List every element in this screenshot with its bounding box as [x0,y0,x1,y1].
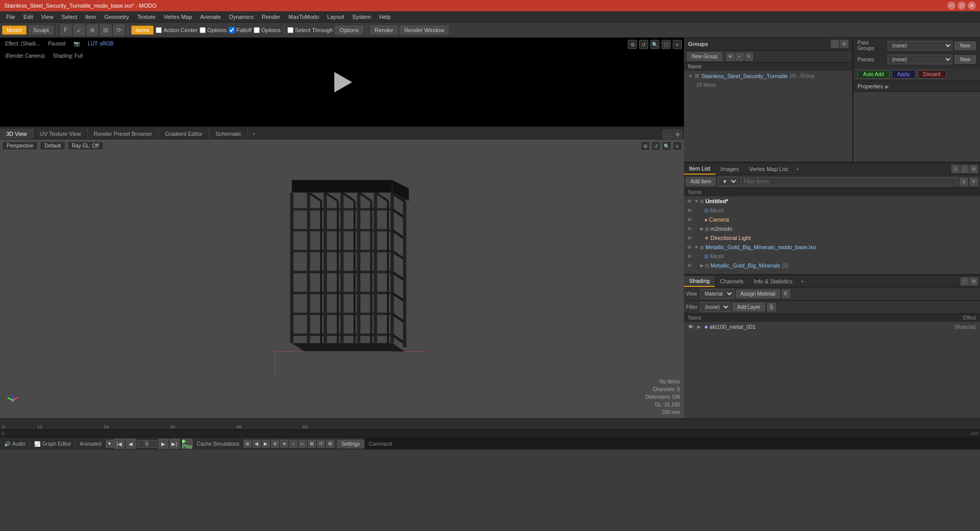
tb-icon-5[interactable]: ⟳ [113,25,125,36]
render-icon-gear[interactable]: ⚙ [628,40,637,49]
new-group-button[interactable]: New Group [687,52,722,61]
bb-icon-7[interactable]: ▷ [299,440,307,448]
render-icon-zoom[interactable]: 🔍 [650,40,659,49]
passes-new-btn[interactable]: New [954,55,976,64]
render-button[interactable]: Render [370,26,398,35]
vp-icon-refresh[interactable]: ↺ [651,141,660,151]
menu-geometry[interactable]: Geometry [100,13,133,21]
groups-tb-icon1[interactable]: 👁 [726,53,734,61]
item-row-m2modo[interactable]: 👁 ▶ ⊞ m2modo [684,224,980,233]
apply-button[interactable]: Apply [892,70,916,79]
tab-uv-texture[interactable]: UV Texture View [34,129,88,139]
bb-icon-10[interactable]: ⊞ [326,440,334,448]
item-row-directional-light[interactable]: 👁 ☀ Directional Light [684,233,980,243]
item-list-tab-add[interactable]: + [793,164,802,174]
pass-groups-select[interactable]: (none) [888,41,952,51]
tab-render-preset[interactable]: Render Preset Browser [88,129,159,139]
item-row-metallic-gold-lxo[interactable]: 👁 ▼ ⊞ Metallic_Gold_Big_Minerals_modo_ba… [684,243,980,252]
options-check[interactable]: Options [200,27,227,33]
tab-shading[interactable]: Shading [684,276,715,287]
item-eye-camera[interactable]: 👁 [686,216,693,223]
sh-eye-akt100[interactable]: 👁 [688,324,695,330]
vp-icon-zoom[interactable]: 🔍 [662,141,671,151]
select-through-checkbox[interactable] [287,27,293,33]
bb-icon-1[interactable]: ⊞ [243,440,252,448]
transport-prev[interactable]: ◀ [126,439,136,449]
bb-icon-4[interactable]: ⊛ [271,440,279,448]
render-icon-fit[interactable]: ⬛ [662,40,671,49]
perspective-btn[interactable]: Perspective [2,141,38,150]
expand-untitled[interactable]: ▼ [694,199,699,204]
bb-icon-6[interactable]: ○ [289,440,298,448]
menu-system[interactable]: System [348,13,375,21]
menu-help[interactable]: Help [375,13,395,21]
vp-icon-settings[interactable]: ≡ [673,141,682,151]
select-through-options-button[interactable]: Options [335,26,363,35]
tb-icon-4[interactable]: ⊞ [100,25,111,36]
item-eye-untitled[interactable]: 👁 [686,198,693,205]
expand-metallic[interactable]: ▼ [694,245,699,250]
select-through-check[interactable]: Select Through [287,27,333,33]
groups-settings-icon[interactable]: ⚙ [840,40,848,48]
bb-icon-9[interactable]: ↺ [317,440,325,448]
pass-groups-new-btn[interactable]: New [954,41,976,50]
options2-check[interactable]: Options [254,27,281,33]
falloff-checkbox[interactable] [229,27,235,33]
mode-sculpt-button[interactable]: Sculpt [29,26,54,35]
groups-tb-icon3[interactable]: ✎ [745,53,753,61]
item-eye-m2modo[interactable]: 👁 [686,225,693,232]
default-btn[interactable]: Default [40,141,65,150]
bb-animated-dropdown[interactable]: ▼ [106,440,114,448]
discard-button[interactable]: Discard [918,70,946,79]
mode-model-button[interactable]: Model [2,26,27,35]
tab-3d-view[interactable]: 3D View [0,129,34,139]
sh-row-akt100[interactable]: 👁 ▶ ◆ akt100_metal_001 (Material) [684,322,980,331]
render-icon-refresh[interactable]: ↺ [639,40,648,49]
groups-expand-icon[interactable]: ⬚ [831,40,839,48]
add-item-button[interactable]: Add Item [686,177,716,186]
expand-metallic-gold[interactable]: ▶ [700,263,704,268]
menu-dynamics[interactable]: Dynamics [225,13,258,21]
graph-editor-item[interactable]: 📈 Graph Editor [30,440,76,448]
transport-end[interactable]: ▶| [169,439,180,449]
bb-icon-5[interactable]: ● [280,440,288,448]
menu-edit[interactable]: Edit [19,13,37,21]
filter-items-input[interactable] [740,177,958,186]
falloff-check[interactable]: Falloff [229,27,252,33]
viewport-3d[interactable]: Perspective Default Ray GL: Off ⚙ ↺ 🔍 ≡ [0,139,684,418]
menu-render[interactable]: Render [258,13,284,21]
tab-item-list[interactable]: Item List [684,163,716,175]
expand-icon[interactable]: ▼ [688,74,693,79]
item-row-metallic-gold[interactable]: 👁 ▶ ⊟ Metallic_Gold_Big_Minerals (2) [684,261,980,270]
ray-gl-btn[interactable]: Ray GL: Off [67,141,104,150]
il-icon-expand[interactable]: ⬚ [961,165,969,173]
transport-next[interactable]: ▶ [158,439,168,449]
preview-icon[interactable]: 📷 [70,40,83,47]
item-eye-metallic-gold[interactable]: 👁 [686,262,693,269]
expand-m2modo[interactable]: ▶ [700,226,704,231]
options2-checkbox[interactable] [254,27,260,33]
add-item-dropdown[interactable]: ▼ [718,177,738,186]
passes-select[interactable]: (none) [888,55,952,64]
transport-start[interactable]: |◀ [114,439,125,449]
settings-button[interactable]: Settings [337,440,364,448]
shading-filter-select[interactable]: (none) [700,302,730,312]
render-window-button[interactable]: Render Window [400,26,449,35]
item-eye-light[interactable]: 👁 [686,234,693,242]
item-row-mesh2[interactable]: 👁 ⊟ Mesh [684,252,980,261]
tab-images[interactable]: Images [716,164,744,174]
window-controls[interactable]: ─ □ ✕ [947,2,976,10]
audio-item[interactable]: 🔊 Audio [0,440,30,448]
menu-select[interactable]: Select [57,13,81,21]
sh-icon-expand[interactable]: ⬚ [961,277,969,285]
item-row-mesh1[interactable]: 👁 ⊟ Mesh [684,206,980,215]
menu-layout[interactable]: Layout [323,13,348,21]
menu-view[interactable]: View [37,13,58,21]
menu-texture[interactable]: Texture [133,13,160,21]
bb-icon-2[interactable]: ◀ [253,440,261,448]
maximize-button[interactable]: □ [958,2,966,10]
tab-vertex-map-list[interactable]: Vertex Map List [744,164,793,174]
auto-add-button[interactable]: Auto Add [857,70,890,79]
vp-settings-icon[interactable]: ⚙ [673,130,682,139]
viewport-tab-add[interactable]: + [248,129,259,139]
